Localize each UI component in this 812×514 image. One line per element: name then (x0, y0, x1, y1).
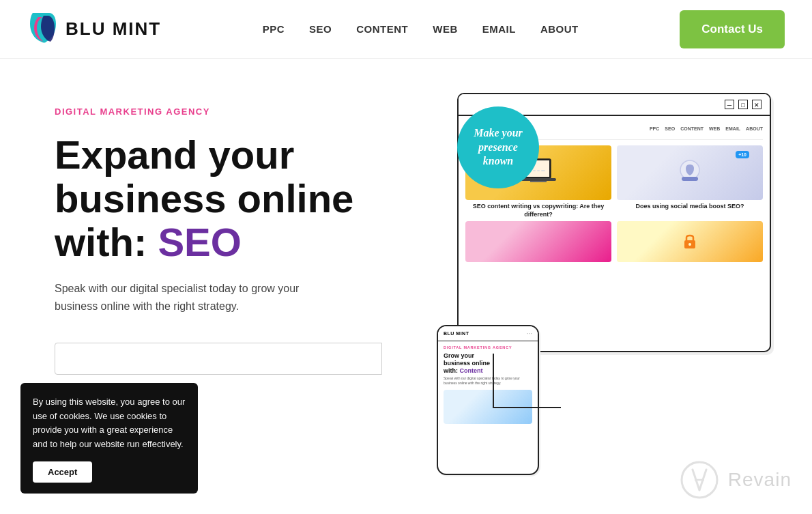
connector-vertical (493, 354, 494, 408)
connector-horizontal (493, 407, 561, 408)
mobile-title: Grow yourbusiness onlinewith: Content (444, 352, 532, 374)
browser-controls: ─ □ ✕ (725, 100, 762, 109)
hero-email-input[interactable] (55, 343, 382, 375)
cookie-banner: By using this website, you agree to our … (20, 383, 198, 494)
hero-input-row (55, 343, 382, 375)
blog-caption-1: SEO content writing vs copywriting: Are … (465, 203, 611, 218)
hero-highlight: SEO (158, 220, 242, 264)
mobile-sub: Speak with our digital specialist today … (444, 376, 532, 386)
blog-image-3 (465, 221, 611, 262)
nav-web[interactable]: WEB (433, 23, 458, 35)
teal-circle: Make your presence known (457, 106, 539, 188)
mini-nav-ppc: PPC (650, 126, 659, 131)
revain-icon (679, 459, 720, 500)
nav-seo[interactable]: SEO (309, 23, 332, 35)
mobile-mockup: BLU MINT ··· DIGITAL MARKETING AGENCY Gr… (437, 325, 539, 475)
hero-subtitle: Speak with our digital specialist today … (55, 280, 382, 315)
revain-text: Revain (728, 469, 792, 491)
teal-circle-text: Make your presence known (474, 126, 523, 169)
mobile-menu-dots: ··· (527, 330, 532, 337)
mobile-logo: BLU MINT (444, 331, 469, 336)
nav-ppc[interactable]: PPC (263, 23, 285, 35)
hero-right: Make your presence known ─ □ ✕ (396, 86, 771, 489)
svg-rect-5 (533, 170, 536, 171)
browser-minimize: ─ (725, 100, 734, 109)
blog-row-bottom (465, 221, 763, 262)
mobile-tagline: DIGITAL MARKETING AGENCY (444, 345, 532, 349)
logo-area: BLU MINT (27, 10, 161, 48)
mini-nav-web: WEB (709, 126, 720, 131)
blog-caption-2: Does using social media boost SEO? (617, 203, 763, 211)
svg-rect-6 (537, 170, 540, 171)
nav-content[interactable]: CONTENT (356, 23, 408, 35)
logo-icon (27, 10, 59, 48)
mobile-bar: BLU MINT ··· (438, 326, 538, 341)
mini-nav-email: EMAIL (725, 126, 740, 131)
contact-button[interactable]: Contact Us (680, 10, 785, 48)
header: BLU MINT PPC SEO CONTENT WEB EMAIL ABOUT… (0, 0, 812, 59)
blog-image-2: +10 (617, 145, 763, 200)
nav-about[interactable]: ABOUT (540, 23, 579, 35)
social-notif: +10 (736, 151, 749, 158)
browser-close: ✕ (752, 100, 762, 109)
mobile-content: DIGITAL MARKETING AGENCY Grow yourbusine… (438, 341, 538, 428)
hero-title: Expand yourbusiness onlinewith: SEO (55, 133, 396, 263)
lock-icon (680, 231, 700, 252)
tagline: DIGITAL MARKETING AGENCY (55, 106, 396, 117)
mini-nav-seo: SEO (665, 126, 675, 131)
logo-text: BLU MINT (66, 18, 161, 40)
svg-rect-7 (541, 170, 545, 171)
svg-point-11 (688, 243, 691, 246)
mini-nav-about: ABOUT (746, 126, 763, 131)
svg-rect-3 (530, 181, 547, 182)
main-nav: PPC SEO CONTENT WEB EMAIL ABOUT (263, 23, 579, 35)
svg-rect-9 (682, 177, 698, 181)
svg-rect-2 (521, 178, 556, 181)
social-icon (669, 156, 710, 189)
cookie-text: By using this website, you agree to our … (33, 395, 186, 452)
mini-nav-content: CONTENT (680, 126, 704, 131)
revain-watermark: Revain (679, 459, 792, 500)
mini-nav-links: PPC SEO CONTENT WEB EMAIL ABOUT (650, 126, 763, 131)
browser-maximize: □ (738, 100, 748, 109)
blog-item-2: +10 Does using social media boost SEO? (617, 145, 763, 218)
mobile-highlight: Content (460, 367, 483, 374)
nav-email[interactable]: EMAIL (482, 23, 516, 35)
accept-cookie-button[interactable]: Accept (33, 461, 92, 483)
blog-image-4 (617, 221, 763, 262)
